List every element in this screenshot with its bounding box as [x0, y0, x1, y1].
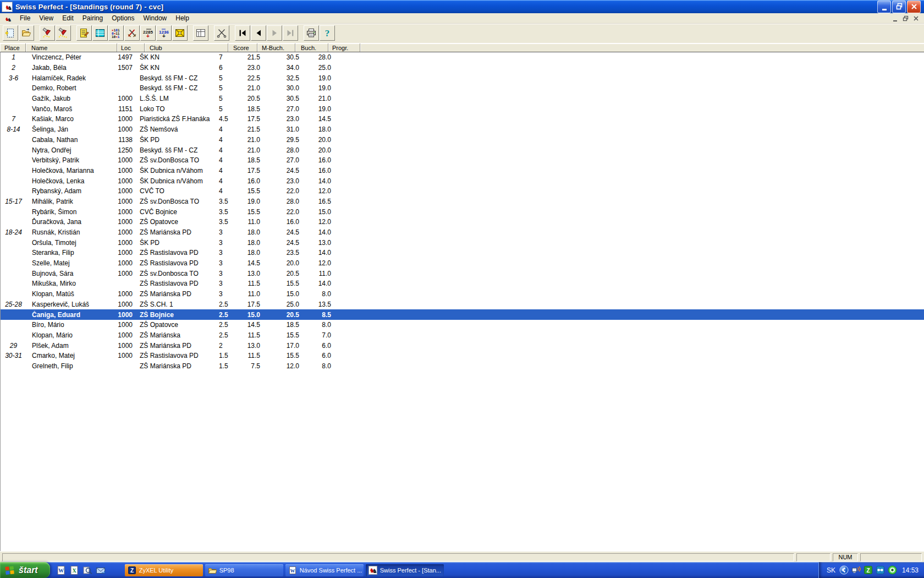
taskbar-task-zyxel-utility[interactable]: ZZyXEL Utility	[125, 564, 203, 576]
rating-1236-button[interactable]: 1236+	[156, 25, 172, 41]
new-tournament-icon	[5, 28, 16, 39]
standings-row[interactable]: 15-17Mihálik, Patrik1000ZŠ sv.DonBosca T…	[1, 197, 924, 207]
standings-row[interactable]: 25-28Kasperkevič, Lukáš1000ZŠ S.CH. 12.5…	[1, 299, 924, 310]
hide-icons-chevron-icon[interactable]	[839, 565, 849, 575]
nav-first-button[interactable]	[235, 25, 250, 41]
cell-score: 2.5	[218, 311, 237, 319]
standings-row[interactable]: Vančo, Maroš1151Loko TO518.527.019.0	[1, 103, 924, 114]
standings-row[interactable]: Oršula, Timotej1000ŠK PD318.024.513.0	[1, 237, 924, 248]
find-player-button[interactable]	[40, 25, 55, 41]
cell-place: 30-31	[1, 352, 26, 359]
quick-launch-excel-icon[interactable]: X	[69, 565, 80, 576]
mdi-close-button[interactable]	[911, 14, 921, 23]
wireless-network-icon[interactable]	[851, 565, 861, 575]
enter-results-button[interactable]	[76, 25, 92, 41]
minimize-button[interactable]	[877, 1, 891, 13]
standings-row[interactable]: 1Vinczencz, Péter1497ŠK KN721.530.528.0	[1, 52, 924, 63]
menu-item-options[interactable]: Options	[107, 14, 139, 23]
standings-row[interactable]: 30-31Cmarko, Matej1000ZŠ Rastislavova PD…	[1, 351, 924, 361]
zyxel-tray-icon[interactable]: Z	[864, 565, 873, 575]
standings-row[interactable]: 18-24Rusnák, Kristián1000ZŠ Mariánska PD…	[1, 227, 924, 238]
app-icon-crossed-knights[interactable]: ♞♞	[2, 2, 13, 12]
mdi-system-menu-icon[interactable]: ♞♞	[2, 14, 12, 23]
standings-row[interactable]: 7Kašiak, Marco1000Piaristická ZŠ F.Hanák…	[1, 114, 924, 124]
cell-club: ZŠ Opatovce	[133, 321, 218, 329]
standings-row[interactable]: Grelneth, FilipZŠ Mariánska PD1.57.512.0…	[1, 361, 924, 372]
print-button[interactable]	[304, 25, 319, 41]
cell-progr: 25.0	[299, 64, 331, 72]
standings-row[interactable]: 29Plšek, Adam1000ZŠ Mariánska PD213.017.…	[1, 340, 924, 351]
mdi-minimize-button[interactable]	[890, 14, 900, 23]
quick-launch-search-icon[interactable]	[82, 565, 93, 576]
cross-table-button[interactable]: ×1010×1110×1	[108, 25, 124, 41]
close-button[interactable]	[907, 1, 921, 13]
column-header-buch[interactable]: Buch.	[295, 43, 328, 52]
quick-launch-mail-icon[interactable]	[95, 565, 106, 576]
menu-item-view[interactable]: View	[35, 14, 58, 23]
cell-club: ZŠ Rastislavova PD	[133, 249, 218, 257]
menu-item-help[interactable]: Help	[171, 14, 194, 23]
standings-row[interactable]: Szelle, Matej1000ZŠ Rastislavova PD314.5…	[1, 258, 924, 269]
cell-score: 3	[218, 270, 237, 277]
board-diagram-icon	[174, 28, 185, 39]
standings-row[interactable]: Mikuška, MirkoZŠ Rastislavova PD311.515.…	[1, 279, 924, 289]
board-diagram-button[interactable]	[172, 25, 188, 41]
menu-item-pairing[interactable]: Pairing	[78, 14, 107, 23]
standings-row[interactable]: Klopan, Mário1000ZŠ Mariánska2.511.515.5…	[1, 330, 924, 341]
standings-row[interactable]: Rybanský, Adam1000CVČ TO415.522.012.0	[1, 186, 924, 197]
column-header-mbuch[interactable]: M-Buch.	[257, 43, 295, 52]
standings-row[interactable]: Bujnová, Sára1000ZŠ sv.Donbosca TO313.02…	[1, 268, 924, 279]
standings-row[interactable]: Rybárik, Šimon1000CVČ Bojnice3.515.522.0…	[1, 206, 924, 217]
wall-chart-button[interactable]	[193, 25, 208, 41]
pairings-button[interactable]	[124, 25, 140, 41]
menu-item-window[interactable]: Window	[139, 14, 172, 23]
standings-row[interactable]: Nytra, Ondřej1250Beskyd. šš FM - CZ421.0…	[1, 145, 924, 155]
unpair-button[interactable]	[214, 25, 229, 41]
taskbar-task-n-vod-swiss-perfect[interactable]: WNávod Swiss Perfect ...	[285, 564, 364, 576]
standings-row[interactable]: Steranka, Filip1000ZŠ Rastislavova PD318…	[1, 248, 924, 258]
find-next-button[interactable]	[56, 25, 71, 41]
quick-launch-word-icon[interactable]: W	[56, 565, 67, 576]
nav-prev-button[interactable]	[251, 25, 266, 41]
taskbar-task-swiss-perfect-stan[interactable]: ♞♞Swiss Perfect - [Stan...	[366, 564, 444, 576]
taskbar-task-sp98[interactable]: SP98	[205, 564, 283, 576]
standings-row[interactable]: Demko, RobertBeskyd. šš FM - CZ521.030.0…	[1, 83, 924, 94]
help-button[interactable]: ?	[320, 25, 335, 41]
menu-item-file[interactable]: File	[15, 14, 35, 23]
standings-row[interactable]: Cabala, Nathan1138ŠK PD421.029.520.0	[1, 135, 924, 145]
standings-row[interactable]: 2Jakab, Béla1507ŠK KN623.034.025.0	[1, 63, 924, 73]
standings-table-button[interactable]	[92, 25, 108, 41]
column-header-place[interactable]: Place	[0, 43, 26, 52]
cell-score: 3	[218, 239, 237, 247]
cell-buch: 23.5	[260, 249, 299, 257]
column-header-progr[interactable]: Progr.	[328, 43, 360, 52]
restore-button[interactable]	[892, 1, 906, 13]
start-button[interactable]: štart	[0, 562, 50, 578]
standings-row[interactable]: 3-6Halamíček, RadekBeskyd. šš FM - CZ522…	[1, 73, 924, 83]
cell-club: ZŠ sv.Donbosca TO	[133, 270, 218, 277]
open-file-button[interactable]	[19, 25, 34, 41]
standings-row[interactable]: Klopan, Matúš1000ZŠ Mariánska PD311.015.…	[1, 289, 924, 299]
nod32-icon[interactable]	[888, 565, 897, 575]
new-tournament-button[interactable]	[3, 25, 18, 41]
teamviewer-icon[interactable]	[876, 565, 885, 575]
cell-club: ZŠ Mariánska PD	[133, 342, 218, 350]
standings-row[interactable]: 8-14Šelinga, Ján1000ZŠ Nemšová421.531.01…	[1, 124, 924, 135]
standings-row[interactable]: Holečková, Lenka1000ŠK Dubnica n/Váhom41…	[1, 176, 924, 186]
column-header-loc[interactable]: Loc	[117, 43, 145, 52]
language-indicator[interactable]: SK	[827, 566, 835, 574]
cell-loc: 1000	[118, 115, 133, 123]
column-header-score[interactable]: Score	[228, 43, 257, 52]
rating-2285-button[interactable]: 2285+	[140, 25, 156, 41]
standings-row[interactable]: Gažík, Jakub1000L.Š.Š. LM520.530.521.0	[1, 94, 924, 104]
standings-row[interactable]: Holečková, Marianna1000ŠK Dubnica n/Váho…	[1, 166, 924, 176]
standings-row[interactable]: Ďuračková, Jana1000ZŠ Opatovce3.511.016.…	[1, 217, 924, 227]
standings-row[interactable]: Verbitský, Patrik1000ZŠ sv.DonBosca TO41…	[1, 155, 924, 166]
mdi-restore-button[interactable]	[901, 14, 910, 23]
menu-item-edit[interactable]: Edit	[58, 14, 78, 23]
column-header-name[interactable]: Name	[26, 43, 117, 52]
standings-row[interactable]: Bíro, Mário1000ZŠ Opatovce2.514.518.58.0	[1, 320, 924, 330]
cell-progr: 8.0	[299, 290, 331, 298]
column-header-club[interactable]: Club	[145, 43, 228, 52]
standings-row-selected[interactable]: Čaniga, Eduard1000ZŠ Bojnice2.515.020.58…	[1, 309, 924, 320]
